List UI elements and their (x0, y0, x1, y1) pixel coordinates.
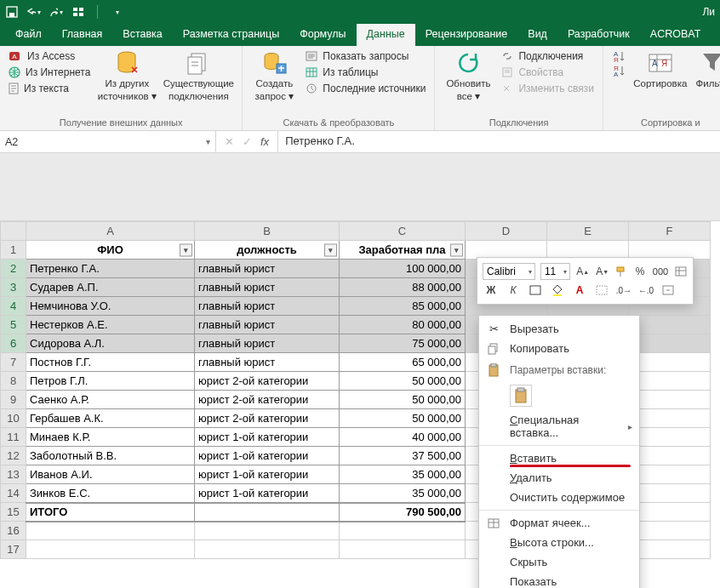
other-sources-button[interactable]: Из других источников ▾ (97, 49, 157, 102)
cell[interactable]: Сударев А.П. (26, 278, 195, 297)
ctx-clear-contents[interactable]: Очистить содержимое (479, 488, 639, 507)
format-painter-icon[interactable] (614, 263, 628, 280)
tab-review[interactable]: Рецензирование (415, 24, 518, 46)
formula-input[interactable]: Петренко Г.А. (278, 131, 720, 152)
row-header[interactable]: 11 (1, 428, 26, 447)
cell[interactable]: юрист 2-ой категории (195, 409, 340, 428)
col-header-C[interactable]: C (340, 222, 466, 241)
view-grid-icon[interactable] (71, 5, 85, 19)
tab-file[interactable]: Файл (5, 24, 52, 46)
from-text-button[interactable]: Из текста (7, 82, 92, 95)
row-header[interactable]: 7 (1, 353, 26, 372)
cell[interactable]: 75 000,00 (340, 334, 466, 353)
new-query-button[interactable]: Создать запрос ▾ (249, 49, 299, 102)
save-icon[interactable] (5, 5, 19, 19)
row-header[interactable]: 2 (1, 260, 26, 278)
font-color-icon[interactable]: A (571, 282, 588, 299)
cell[interactable]: 35 000,00 (340, 465, 466, 484)
from-table-button[interactable]: Из таблицы (304, 66, 427, 79)
cell[interactable]: ИТОГО (26, 503, 195, 522)
refresh-all-button[interactable]: Обновить все ▾ (442, 49, 494, 102)
qat-customize-icon[interactable] (110, 5, 123, 19)
cell[interactable]: 85 000,00 (340, 297, 466, 316)
shrink-font-icon[interactable]: A▼ (595, 263, 609, 280)
connections-button[interactable]: Подключения (500, 49, 595, 63)
row-header[interactable]: 13 (1, 465, 26, 484)
row-header[interactable]: 4 (1, 297, 26, 316)
cells-format-icon[interactable] (674, 263, 688, 280)
redo-icon[interactable] (49, 5, 63, 19)
cell[interactable]: Петренко Г.А. (26, 260, 195, 278)
cell[interactable]: Иванов А.И. (26, 465, 195, 484)
col-header-B[interactable]: B (195, 222, 340, 241)
show-queries-button[interactable]: Показать запросы (304, 49, 427, 63)
cell[interactable]: 100 000,00 (340, 260, 466, 278)
filter-dropdown-icon[interactable]: ▾ (450, 243, 463, 256)
cell[interactable]: главный юрист (195, 297, 340, 316)
increase-decimal-icon[interactable]: ←.0 (637, 282, 654, 299)
cell[interactable]: главный юрист (195, 316, 340, 334)
bold-button[interactable]: Ж (483, 282, 500, 299)
cell[interactable]: юрист 2-ой категории (195, 391, 340, 409)
ctx-row-height[interactable]: Высота строки... (479, 533, 639, 552)
from-access-button[interactable]: AИз Access (7, 49, 92, 63)
borders-dd-icon[interactable] (593, 282, 610, 299)
row-header[interactable]: 17 (1, 540, 26, 559)
thousands-icon[interactable]: 000 (652, 263, 669, 280)
cell[interactable]: Зинков Е.С. (26, 484, 195, 503)
cell[interactable]: 790 500,00 (340, 503, 466, 522)
sort-asc-button[interactable]: АЯ (610, 49, 627, 63)
cell[interactable]: главный юрист (195, 260, 340, 278)
cell[interactable]: главный юрист (195, 334, 340, 353)
row-header[interactable]: 9 (1, 391, 26, 409)
tab-formulas[interactable]: Формулы (289, 24, 356, 46)
cell[interactable]: 65 000,00 (340, 353, 466, 372)
cell[interactable]: главный юрист (195, 353, 340, 372)
cell[interactable]: юрист 1-ой категории (195, 465, 340, 484)
cell[interactable]: 80 000,00 (340, 316, 466, 334)
cell[interactable]: юрист 1-ой категории (195, 484, 340, 503)
col-header-F[interactable]: F (629, 222, 711, 241)
ctx-delete[interactable]: Удалить (479, 468, 639, 488)
col-header-A[interactable]: A (26, 222, 195, 241)
cell[interactable]: Минаев К.Р. (26, 428, 195, 447)
fx-icon[interactable]: fx (260, 135, 269, 148)
filter-button[interactable]: Фильтр (694, 49, 720, 89)
tab-home[interactable]: Главная (52, 24, 113, 46)
row-header[interactable]: 5 (1, 316, 26, 334)
sort-desc-button[interactable]: ЯА (610, 64, 627, 77)
cell[interactable]: Петров Г.Л. (26, 372, 195, 391)
cell[interactable]: 37 500,00 (340, 447, 466, 465)
tab-developer[interactable]: Разработчик (557, 24, 640, 46)
cell[interactable]: Нестерков А.Е. (26, 316, 195, 334)
tab-data[interactable]: Данные (357, 24, 415, 46)
row-header[interactable]: 10 (1, 409, 26, 428)
ctx-copy[interactable]: Копировать (479, 339, 639, 358)
row-header[interactable]: 8 (1, 372, 26, 391)
enter-icon[interactable]: ✓ (243, 135, 252, 148)
grow-font-icon[interactable]: A▲ (575, 263, 590, 280)
cell[interactable]: 35 000,00 (340, 484, 466, 503)
from-web-button[interactable]: Из Интернета (7, 66, 92, 79)
cell[interactable]: Гербашев А.К. (26, 409, 195, 428)
ctx-hide[interactable]: Скрыть (479, 552, 639, 572)
ctx-format-cells[interactable]: Формат ячеек... (479, 513, 639, 533)
row-header[interactable]: 3 (1, 278, 26, 297)
ctx-paste-default[interactable] (479, 381, 639, 410)
border-icon[interactable] (527, 282, 544, 299)
cell[interactable]: 40 000,00 (340, 428, 466, 447)
cell[interactable]: главный юрист (195, 278, 340, 297)
row-header[interactable]: 14 (1, 484, 26, 503)
cell[interactable]: Немчинова У.О. (26, 297, 195, 316)
filter-dropdown-icon[interactable]: ▾ (180, 243, 192, 256)
tab-insert[interactable]: Вставка (112, 24, 172, 46)
table-column-header[interactable]: ФИО▾ (26, 241, 195, 260)
cell[interactable]: 88 000,00 (340, 278, 466, 297)
font-size-combo[interactable]: 11▾ (540, 263, 570, 280)
font-family-combo[interactable]: Calibri▾ (483, 263, 535, 280)
cell[interactable]: 50 000,00 (340, 409, 466, 428)
sort-button[interactable]: АЯ Сортировка (632, 49, 689, 89)
tab-acrobat[interactable]: ACROBAT (640, 24, 711, 46)
col-header-D[interactable]: D (466, 222, 547, 241)
decrease-decimal-icon[interactable]: .0→ (615, 282, 632, 299)
